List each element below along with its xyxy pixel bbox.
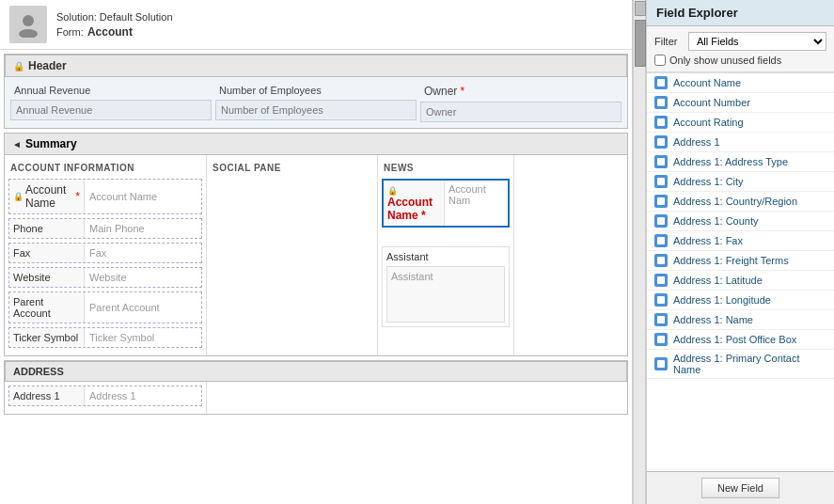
address1-input[interactable]: Address 1 xyxy=(85,387,201,404)
header-fields: Annual Revenue Number of Employees Owner… xyxy=(5,77,627,128)
field-icon xyxy=(654,195,668,208)
field-explorer-item[interactable]: Address 1: Latitude xyxy=(647,271,834,291)
unused-fields-checkbox[interactable] xyxy=(654,55,666,66)
summary-columns: ACCOUNT INFORMATION 🔒 Account Name * Acc… xyxy=(5,155,627,355)
solution-header: Solution: Default Solution Form: Account xyxy=(0,0,632,50)
address-col: Address 1 Address 1 xyxy=(5,382,207,414)
assistant-input[interactable]: Assistant xyxy=(386,266,505,323)
field-icon xyxy=(654,313,668,326)
website-input[interactable]: Website xyxy=(85,269,201,286)
field-item-label: Address 1: Address Type xyxy=(673,156,788,167)
field-icon xyxy=(654,214,668,228)
svg-point-0 xyxy=(23,15,34,26)
field-icon xyxy=(654,175,668,188)
field-item-label: Address 1 xyxy=(673,136,720,148)
news-col: News 🔒 Account Name * Account Nam Assist… xyxy=(378,155,514,355)
owner-input[interactable] xyxy=(420,102,622,122)
header-section-title: 🔒 Header xyxy=(5,55,627,77)
field-icon xyxy=(654,234,668,247)
form-title: Form: Account xyxy=(56,23,173,39)
solution-title: Solution: Default Solution xyxy=(56,11,173,23)
address-section-title: ADDRESS xyxy=(5,361,627,382)
num-employees-label: Number of Employees xyxy=(215,83,417,98)
field-explorer-footer: New Field xyxy=(647,471,834,504)
annual-revenue-input[interactable] xyxy=(10,100,212,120)
address1-label: Address 1 xyxy=(9,386,85,405)
lock-icon-small: 🔒 xyxy=(13,192,24,201)
address-fields: Address 1 Address 1 xyxy=(5,382,627,414)
ticker-symbol-input[interactable]: Ticker Symbol xyxy=(85,329,201,346)
field-item-label: Account Rating xyxy=(673,117,744,128)
new-field-button[interactable]: New Field xyxy=(701,478,779,498)
unused-fields-row: Only show unused fields xyxy=(654,55,826,66)
field-explorer-list[interactable]: Account NameAccount NumberAccount Rating… xyxy=(647,72,834,471)
field-item-label: Address 1: Name xyxy=(673,314,753,325)
owner-label: Owner * xyxy=(420,83,622,100)
parent-account-label: Parent Account xyxy=(9,292,85,323)
parent-account-row: Parent Account Parent Account xyxy=(8,291,202,323)
field-explorer-item[interactable]: Address 1: Fax xyxy=(647,231,834,251)
account-name-label: 🔒 Account Name * xyxy=(9,180,85,213)
annual-revenue-field: Annual Revenue xyxy=(10,83,212,122)
field-item-label: Address 1: County xyxy=(673,215,759,227)
field-explorer-item[interactable]: Address 1: Address Type xyxy=(647,152,834,172)
fax-input[interactable]: Fax xyxy=(85,244,201,261)
phone-input[interactable]: Main Phone xyxy=(85,220,201,237)
acct-name-required: * xyxy=(75,190,80,203)
field-explorer-item[interactable]: Account Number xyxy=(647,93,834,113)
address1-row: Address 1 Address 1 xyxy=(8,386,202,406)
fourth-col xyxy=(514,155,627,355)
field-icon xyxy=(654,116,668,129)
owner-required: * xyxy=(460,85,464,98)
fax-label: Fax xyxy=(9,244,85,262)
field-item-label: Address 1: Country/Region xyxy=(673,196,797,207)
summary-header: ◄ Summary xyxy=(5,134,627,155)
field-item-label: Address 1: Freight Terms xyxy=(673,255,789,266)
filter-select[interactable]: All Fields xyxy=(688,32,826,51)
social-pane-col: SOCIAL PANE xyxy=(207,155,378,355)
field-explorer-item[interactable]: Address 1: Longitude xyxy=(647,291,834,310)
field-icon xyxy=(654,333,668,346)
form-content[interactable]: 🔒 Header Annual Revenue Number of Employ… xyxy=(0,50,632,504)
filter-label: Filter xyxy=(654,36,683,47)
news-title: News xyxy=(382,159,510,179)
field-item-label: Address 1: City xyxy=(673,176,744,187)
field-icon xyxy=(654,96,668,109)
news-lock-icon: 🔒 xyxy=(387,186,398,196)
parent-account-input[interactable]: Parent Account xyxy=(85,299,201,316)
field-explorer-item[interactable]: Address 1: Country/Region xyxy=(647,192,834,212)
unused-fields-label: Only show unused fields xyxy=(669,55,781,66)
scrollbar[interactable] xyxy=(633,0,646,504)
owner-field: Owner * xyxy=(420,83,622,122)
news-account-name-row: 🔒 Account Name * Account Nam xyxy=(382,179,510,228)
num-employees-input[interactable] xyxy=(215,100,417,120)
field-explorer-item[interactable]: Address 1: Post Office Box xyxy=(647,330,834,350)
website-label: Website xyxy=(9,268,85,287)
field-icon xyxy=(654,254,668,267)
field-explorer-item[interactable]: Address 1 xyxy=(647,133,834,152)
field-item-label: Account Name xyxy=(673,77,741,88)
field-item-label: Address 1: Longitude xyxy=(673,294,771,306)
field-explorer-item[interactable]: Address 1: Primary Contact Name xyxy=(647,350,834,379)
assistant-label: Assistant xyxy=(386,251,505,262)
account-name-row: 🔒 Account Name * Account Name xyxy=(8,179,202,214)
lock-icon: 🔒 xyxy=(13,61,24,71)
news-account-name-input[interactable]: Account Nam xyxy=(445,181,508,226)
field-explorer-item[interactable]: Account Name xyxy=(647,73,834,93)
field-explorer-item[interactable]: Account Rating xyxy=(647,113,834,133)
header-section: 🔒 Header Annual Revenue Number of Employ… xyxy=(4,54,628,129)
address-section: ADDRESS Address 1 Address 1 xyxy=(4,360,628,415)
field-icon xyxy=(654,274,668,287)
field-icon xyxy=(654,155,668,168)
field-explorer-item[interactable]: Address 1: Name xyxy=(647,310,834,330)
solution-info: Solution: Default Solution Form: Account xyxy=(56,11,173,39)
phone-row: Phone Main Phone xyxy=(8,218,202,239)
website-row: Website Website xyxy=(8,267,202,288)
ticker-symbol-label: Ticker Symbol xyxy=(9,328,85,347)
field-item-label: Address 1: Latitude xyxy=(673,275,763,286)
account-name-input[interactable]: Account Name xyxy=(85,188,201,205)
field-explorer-item[interactable]: Address 1: County xyxy=(647,212,834,231)
field-explorer-item[interactable]: Address 1: Freight Terms xyxy=(647,251,834,271)
collapse-icon: ◄ xyxy=(12,139,22,150)
field-explorer-item[interactable]: Address 1: City xyxy=(647,172,834,192)
